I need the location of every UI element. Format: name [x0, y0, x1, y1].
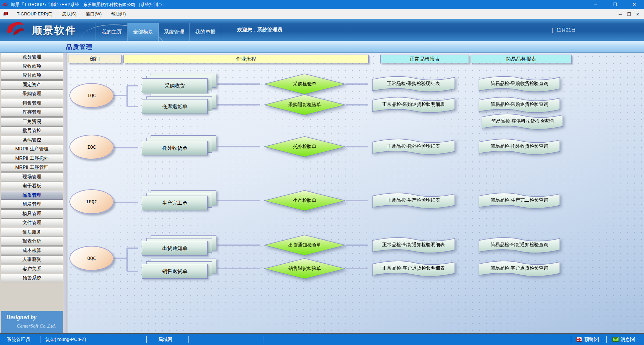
tab-my-documents[interactable]: 我的单据	[190, 23, 221, 41]
process-node-warehouse-return[interactable]: 仓库退货单	[142, 94, 216, 114]
status-bar: 系统管理员 复杂(Young-PC:FZ) 局域网 预警[2] 消息[9]	[0, 333, 644, 345]
normal-report-node[interactable]: 正常品检-生产检验明细表	[371, 191, 456, 210]
status-user: 系统管理员	[7, 334, 30, 345]
close-button[interactable]: ✕	[625, 0, 644, 9]
tab-all-modules[interactable]: 全部模块	[128, 23, 158, 41]
sidebar-item[interactable]: MRPII 工序管理	[1, 163, 63, 172]
process-node-sales-return[interactable]: 销售退货单	[142, 259, 216, 279]
sidebar-item[interactable]: 报表分析	[1, 237, 63, 246]
sidebar-item[interactable]: 文件管理	[1, 218, 63, 227]
sidebar-item[interactable]: 模具管理	[1, 209, 63, 218]
window-title: 顺景『T-GROUP』制造业ERP系统 - 东莞顺景软件科技有限公司 - [系统…	[11, 2, 163, 8]
sidebar-item[interactable]: 采购管理	[1, 89, 63, 98]
sidebar-item[interactable]: 批号管控	[1, 126, 63, 135]
sidebar-item[interactable]: 现场管理	[1, 172, 63, 181]
normal-report-node[interactable]: 正常品检-采购检验明细表	[371, 75, 456, 93]
sidebar-item[interactable]: 应付款项	[1, 71, 63, 80]
status-alerts[interactable]: 预警[2]	[584, 334, 599, 345]
inspection-diamond-shipping[interactable]: 出货通知检验单	[264, 234, 346, 256]
report-label: 正常品检-托外检验明细表	[371, 138, 456, 155]
inspection-label: 托外检验单	[264, 136, 346, 157]
mdi-restore-button[interactable]: ❐	[625, 12, 633, 17]
simple-report-node-customer-supplied[interactable]: 简易品检-客供料收货检验查询	[481, 112, 564, 131]
normal-report-node[interactable]: 正常品检-客户退货检验明细表	[371, 259, 456, 278]
date-text: 11月21日	[556, 27, 576, 33]
menu-tgroup-erp[interactable]: T-GROUP ERP(E)	[12, 9, 57, 19]
restore-button[interactable]: ❐	[605, 0, 625, 9]
mdi-close-button[interactable]: ✕	[633, 12, 642, 17]
tab-system-management[interactable]: 系统管理	[159, 23, 190, 41]
sidebar-item[interactable]: 应收款项	[1, 62, 63, 71]
app-header: 顺景软件 我的主页 全部模块 系统管理 我的单据 欢迎您，系统管理员 | 11月…	[0, 19, 644, 41]
simple-report-node[interactable]: 简易品检-客户退货检验查询	[478, 259, 561, 278]
designed-by-text: Designed by	[6, 314, 36, 321]
normal-report-node[interactable]: 正常品检-出货通知检验明细表	[371, 236, 456, 255]
inspection-diamond-purchase-return[interactable]: 采购退货检验单	[264, 94, 346, 116]
status-network: 局域网	[158, 334, 172, 345]
menu-help[interactable]: 帮助(H)	[106, 9, 130, 19]
report-label: 简易品检-托外收货检验查询	[478, 138, 561, 155]
erp-application-window: 顺景『T-GROUP』制造业ERP系统 - 东莞顺景软件科技有限公司 - [系统…	[0, 0, 644, 345]
sidebar-item[interactable]: 售后服务	[1, 228, 63, 236]
window-controls: ─ ❐ ✕	[586, 0, 644, 9]
inspection-diamond-purchase[interactable]: 采购检验单	[264, 73, 346, 95]
sidebar-item[interactable]: 三角贸易	[1, 117, 63, 126]
report-label: 正常品检-采购检验明细表	[371, 75, 456, 92]
report-label: 简易品检-出货通知检验查询	[478, 236, 561, 253]
sidebar-item[interactable]: 客户关系	[1, 265, 63, 273]
process-label: 出货通知单	[162, 245, 187, 252]
menu-window[interactable]: 窗口(W)	[81, 9, 106, 19]
simple-report-node[interactable]: 简易品检-采购收货检验查询	[478, 75, 561, 93]
dept-ellipse-ipqc: IPQC	[69, 189, 114, 214]
sidebar-item[interactable]: MRPII 生产管理	[1, 145, 63, 153]
sidebar-item[interactable]: 固定资产	[1, 80, 63, 89]
sidebar-item[interactable]: 电子看板	[1, 182, 63, 190]
sidebar-item[interactable]: 预警系统	[1, 274, 63, 282]
status-separator	[606, 336, 607, 343]
sidebar-splitter[interactable]	[64, 53, 66, 333]
normal-report-node[interactable]: 正常品检-托外检验明细表	[371, 137, 456, 156]
inspection-label: 生产检验单	[264, 190, 346, 211]
normal-report-node[interactable]: 正常品检-采购退货检验明细表	[371, 95, 456, 114]
date-separator: |	[552, 27, 553, 33]
tab-my-home[interactable]: 我的主页	[96, 23, 127, 41]
menu-skin[interactable]: 皮肤(S)	[57, 9, 81, 19]
sidebar-item[interactable]: 库存管理	[1, 108, 63, 117]
sidebar-item[interactable]: 成本核算	[1, 246, 63, 255]
report-label: 简易品检-采购收货检验查询	[478, 75, 561, 92]
process-label: 托外收货单	[162, 145, 187, 151]
process-node-shipping-notice[interactable]: 出货通知单	[142, 235, 216, 256]
simple-report-node[interactable]: 简易品检-生产完工检验查询	[478, 191, 561, 210]
status-separator	[642, 336, 642, 343]
sidebar-item-quality-management[interactable]: 品质管理	[1, 191, 63, 200]
process-node-production-completion[interactable]: 生产完工单	[142, 190, 216, 210]
nav-separator	[221, 23, 221, 41]
mdi-minimize-button[interactable]: ─	[616, 12, 625, 17]
app-logo-icon	[2, 2, 8, 8]
mdi-window-controls: ─ ❐ ✕	[616, 9, 642, 19]
inspection-diamond-production[interactable]: 生产检验单	[264, 190, 346, 211]
status-messages[interactable]: 消息[9]	[621, 334, 635, 345]
sidebar-item[interactable]: MRPII 工序托外	[1, 154, 63, 163]
simple-report-node[interactable]: 简易品检-托外收货检验查询	[478, 137, 561, 156]
alert-icon	[576, 337, 582, 342]
process-node-outsource-receipt[interactable]: 托外收货单	[142, 135, 216, 155]
inspection-diamond-outsource[interactable]: 托外检验单	[264, 136, 346, 157]
quality-flowchart-canvas: 部门 作业流程 正常品检报表 简易品检报表	[67, 53, 644, 333]
simple-report-node[interactable]: 简易品检-出货通知检验查询	[478, 236, 561, 255]
sidebar-item[interactable]: 销售管理	[1, 99, 63, 108]
process-node-purchase-receipt[interactable]: 采购收货	[142, 73, 216, 93]
sidebar-item[interactable]: 研发管理	[1, 200, 63, 209]
page-title: 品质管理	[66, 43, 93, 51]
module-sidebar: 账务管理 应收款项 应付款项 固定资产 采购管理 销售管理 库存管理 三角贸易 …	[0, 53, 67, 333]
status-separator	[146, 336, 147, 343]
sidebar-item[interactable]: 人事薪资	[1, 255, 63, 264]
sidebar-item[interactable]: 账务管理	[1, 53, 63, 61]
report-label: 简易品检-客供料收货检验查询	[481, 113, 564, 130]
minimize-button[interactable]: ─	[586, 0, 605, 9]
sidebar-item[interactable]: 条码管控	[1, 136, 63, 144]
inspection-diamond-sales-return[interactable]: 销售退货检验单	[264, 258, 346, 279]
simple-report-node[interactable]: 简易品检-采购退货检验查询	[478, 95, 561, 114]
process-label: 销售退货单	[162, 268, 187, 275]
report-label: 正常品检-客户退货检验明细表	[371, 260, 456, 277]
